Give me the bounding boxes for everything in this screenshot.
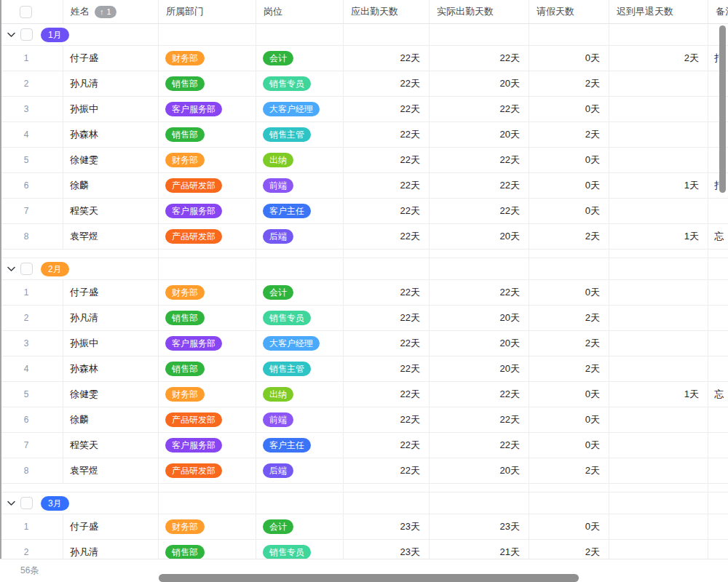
position-cell[interactable]: 客户主任 — [256, 433, 344, 458]
leave-days-cell[interactable]: 2天 — [529, 356, 609, 381]
name-cell[interactable]: 袁罕煜 — [63, 224, 159, 249]
row-number-cell[interactable]: 6 — [0, 407, 63, 432]
group-title-cell[interactable]: 1月 — [0, 24, 159, 45]
actual-days-cell[interactable]: 20天 — [430, 71, 529, 96]
leave-days-cell[interactable]: 0天 — [529, 173, 609, 198]
group-empty-cell[interactable] — [159, 493, 256, 514]
dept-cell[interactable]: 产品研发部 — [159, 458, 256, 483]
actual-days-cell[interactable]: 20天 — [430, 122, 529, 147]
remark-cell[interactable] — [708, 306, 728, 330]
name-cell[interactable]: 程笑天 — [63, 199, 159, 223]
group-empty-cell[interactable] — [609, 258, 708, 279]
leave-days-cell[interactable]: 0天 — [529, 280, 609, 305]
late-days-cell[interactable] — [609, 148, 708, 172]
row-number-cell[interactable]: 3 — [0, 331, 63, 356]
row-number-cell[interactable]: 4 — [0, 356, 63, 381]
late-days-cell[interactable] — [609, 199, 708, 223]
group-empty-cell[interactable] — [529, 258, 609, 279]
chevron-down-icon[interactable] — [7, 266, 15, 272]
column-header-name[interactable]: 姓名↑ 1 — [63, 0, 159, 23]
group-empty-cell[interactable] — [430, 493, 529, 514]
leave-days-cell[interactable]: 0天 — [529, 407, 609, 432]
dept-cell[interactable]: 产品研发部 — [159, 173, 256, 198]
dept-cell[interactable]: 销售部 — [159, 71, 256, 96]
late-days-cell[interactable] — [609, 331, 708, 356]
late-days-cell[interactable] — [609, 407, 708, 432]
leave-days-cell[interactable]: 2天 — [529, 224, 609, 249]
dept-cell[interactable]: 财务部 — [159, 46, 256, 71]
late-days-cell[interactable]: 1天 — [609, 173, 708, 198]
name-cell[interactable]: 徐麟 — [63, 173, 159, 198]
leave-days-cell[interactable]: 2天 — [529, 458, 609, 483]
group-empty-cell[interactable] — [609, 24, 708, 45]
group-empty-cell[interactable] — [256, 24, 344, 45]
actual-days-cell[interactable]: 22天 — [430, 148, 529, 172]
leave-days-cell[interactable]: 2天 — [529, 122, 609, 147]
group-empty-cell[interactable] — [159, 24, 256, 45]
position-cell[interactable]: 会计 — [256, 46, 344, 71]
position-cell[interactable]: 销售专员 — [256, 71, 344, 96]
remark-cell[interactable] — [708, 356, 728, 381]
leave-days-cell[interactable]: 0天 — [529, 199, 609, 223]
dept-cell[interactable]: 产品研发部 — [159, 407, 256, 432]
expected-days-cell[interactable]: 22天 — [344, 382, 430, 407]
leave-days-cell[interactable]: 2天 — [529, 306, 609, 330]
expected-days-cell[interactable]: 22天 — [344, 122, 430, 147]
position-cell[interactable]: 后端 — [256, 458, 344, 483]
leave-days-cell[interactable]: 0天 — [529, 433, 609, 458]
expected-days-cell[interactable]: 22天 — [344, 458, 430, 483]
actual-days-cell[interactable]: 22天 — [430, 46, 529, 71]
leave-days-cell[interactable]: 0天 — [529, 46, 609, 71]
name-cell[interactable]: 徐健雯 — [63, 148, 159, 172]
row-number-cell[interactable]: 7 — [0, 433, 63, 458]
dept-cell[interactable]: 财务部 — [159, 148, 256, 172]
remark-cell[interactable] — [708, 407, 728, 432]
position-cell[interactable]: 前端 — [256, 173, 344, 198]
row-number-cell[interactable]: 5 — [0, 148, 63, 172]
vertical-scrollbar[interactable] — [719, 25, 726, 193]
actual-days-cell[interactable]: 20天 — [430, 224, 529, 249]
late-days-cell[interactable] — [609, 514, 708, 539]
leave-days-cell[interactable]: 2天 — [529, 71, 609, 96]
column-header-dept[interactable]: 所属部门 — [159, 0, 256, 23]
group-empty-cell[interactable] — [529, 493, 609, 514]
expected-days-cell[interactable]: 22天 — [344, 71, 430, 96]
late-days-cell[interactable] — [609, 122, 708, 147]
name-cell[interactable]: 程笑天 — [63, 433, 159, 458]
position-cell[interactable]: 大客户经理 — [256, 97, 344, 121]
leave-days-cell[interactable]: 0天 — [529, 382, 609, 407]
group-empty-cell[interactable] — [344, 24, 430, 45]
column-header-late-days[interactable]: 迟到早退天数 — [609, 0, 708, 23]
name-cell[interactable]: 徐麟 — [63, 407, 159, 432]
late-days-cell[interactable] — [609, 280, 708, 305]
position-cell[interactable]: 客户主任 — [256, 199, 344, 223]
group-empty-cell[interactable] — [344, 258, 430, 279]
group-title-cell[interactable]: 2月 — [0, 258, 159, 279]
row-number-cell[interactable]: 6 — [0, 173, 63, 198]
group-checkbox[interactable] — [20, 263, 33, 275]
name-cell[interactable]: 孙振中 — [63, 331, 159, 356]
position-cell[interactable]: 会计 — [256, 280, 344, 305]
row-number-cell[interactable]: 2 — [0, 306, 63, 330]
name-cell[interactable]: 孙凡清 — [63, 306, 159, 330]
expected-days-cell[interactable]: 22天 — [344, 306, 430, 330]
position-cell[interactable]: 后端 — [256, 224, 344, 249]
position-cell[interactable]: 销售主管 — [256, 122, 344, 147]
actual-days-cell[interactable]: 22天 — [430, 280, 529, 305]
name-cell[interactable]: 付子盛 — [63, 514, 159, 539]
row-number-cell[interactable]: 5 — [0, 382, 63, 407]
leave-days-cell[interactable]: 0天 — [529, 514, 609, 539]
select-all-checkbox[interactable] — [20, 6, 32, 18]
dept-cell[interactable]: 客户服务部 — [159, 97, 256, 121]
expected-days-cell[interactable]: 22天 — [344, 224, 430, 249]
expected-days-cell[interactable]: 22天 — [344, 148, 430, 172]
actual-days-cell[interactable]: 22天 — [430, 173, 529, 198]
group-empty-cell[interactable] — [344, 493, 430, 514]
actual-days-cell[interactable]: 22天 — [430, 199, 529, 223]
expected-days-cell[interactable]: 22天 — [344, 331, 430, 356]
remark-cell[interactable] — [708, 199, 728, 223]
dept-cell[interactable]: 财务部 — [159, 280, 256, 305]
late-days-cell[interactable] — [609, 306, 708, 330]
late-days-cell[interactable] — [609, 458, 708, 483]
row-number-cell[interactable]: 4 — [0, 122, 63, 147]
